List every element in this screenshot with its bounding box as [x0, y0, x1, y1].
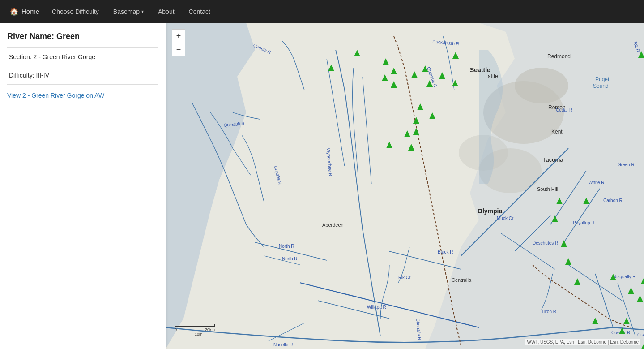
svg-text:Aberdeen: Aberdeen: [322, 222, 344, 228]
map-controls: + −: [172, 29, 185, 56]
nav-basemap-label: Basemap: [113, 8, 140, 15]
scale-labels-mi: 10mi: [175, 332, 215, 336]
svg-text:Nisqually R: Nisqually R: [613, 274, 636, 279]
svg-text:Black R: Black R: [438, 250, 453, 254]
svg-text:Carbon R: Carbon R: [603, 198, 623, 203]
brand-label: Home: [21, 8, 39, 15]
section-info: Section: 2 - Green River Gorge: [7, 48, 158, 66]
home-icon: 🏠: [10, 7, 19, 16]
navbar: 🏠 Home Choose Difficulty Basemap ▾ About…: [0, 0, 644, 23]
svg-text:Redmond: Redmond: [547, 53, 571, 60]
svg-text:White R: White R: [589, 180, 605, 185]
svg-text:North R: North R: [279, 244, 294, 249]
nav-choose-difficulty[interactable]: Choose Difficulty: [46, 5, 105, 18]
map-container: Quinault R Cedar R Seattle attle Redmond…: [166, 23, 644, 349]
svg-point-2: [515, 68, 568, 103]
main-layout: River Name: Green Section: 2 - Green Riv…: [0, 23, 644, 349]
scale-km: 20km: [205, 327, 215, 332]
difficulty-info: Difficulty: III-IV: [7, 66, 158, 85]
svg-text:Naselle R: Naselle R: [273, 342, 293, 347]
svg-text:Puyallup R: Puyallup R: [573, 220, 594, 225]
svg-text:attle: attle: [488, 73, 498, 79]
svg-text:Centralia: Centralia: [452, 277, 472, 283]
zoom-out-button[interactable]: −: [172, 43, 185, 56]
svg-text:Olympia: Olympia: [478, 207, 502, 215]
chevron-down-icon: ▾: [141, 9, 144, 14]
scale-bar: 0 20km 10mi: [175, 324, 215, 336]
zoom-in-button[interactable]: +: [172, 29, 185, 43]
svg-text:Seattle: Seattle: [470, 66, 490, 73]
scale-labels: 0 20km: [175, 327, 215, 332]
sidebar: River Name: Green Section: 2 - Green Riv…: [0, 23, 166, 349]
svg-text:Puget: Puget: [595, 76, 610, 82]
aw-link[interactable]: View 2 - Green River Gorge on AW: [7, 92, 158, 99]
map-attribution: WWF, USGS, EPA, Esri | Esri, DeLorme | E…: [525, 339, 641, 345]
svg-text:Cispus R: Cispus R: [637, 332, 644, 337]
nav-about[interactable]: About: [152, 5, 181, 18]
svg-text:North R: North R: [282, 256, 297, 261]
svg-text:South Hill: South Hill: [537, 186, 558, 192]
svg-text:Deschutes R: Deschutes R: [533, 241, 558, 246]
svg-text:Elk Cr: Elk Cr: [398, 275, 411, 280]
river-title: River Name: Green: [7, 32, 158, 48]
svg-text:Tilton R: Tilton R: [541, 309, 556, 314]
scale-bar-line: [175, 324, 215, 327]
svg-text:Kent: Kent: [551, 129, 563, 135]
map-background: Quinault R Cedar R Seattle attle Redmond…: [166, 23, 644, 349]
svg-text:Sound: Sound: [593, 83, 609, 89]
home-brand[interactable]: 🏠 Home: [5, 4, 44, 18]
svg-text:Willapa R: Willapa R: [367, 305, 386, 310]
scale-mi: 10mi: [195, 332, 204, 336]
svg-text:Renton: Renton: [548, 104, 566, 111]
svg-text:Green R: Green R: [618, 162, 635, 167]
scale-zero: 0: [175, 327, 177, 332]
nav-basemap[interactable]: Basemap ▾: [107, 5, 150, 18]
nav-contact[interactable]: Contact: [183, 5, 217, 18]
svg-text:Muck Cr: Muck Cr: [497, 216, 514, 221]
svg-text:Tacoma: Tacoma: [543, 156, 563, 163]
